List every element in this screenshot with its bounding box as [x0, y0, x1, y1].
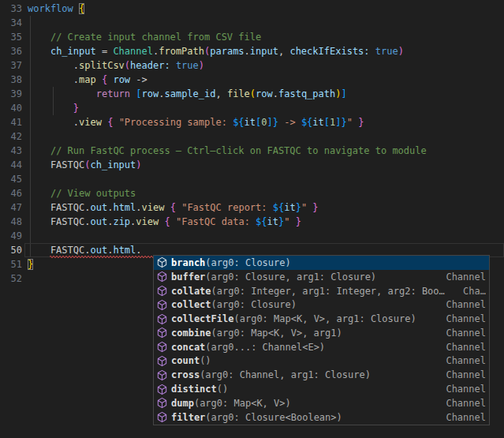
- code-token: [113, 117, 118, 128]
- code-line[interactable]: 49: [0, 229, 504, 243]
- code-token: [: [136, 88, 141, 99]
- code-line[interactable]: 43 // Run FastQC process – Ctrl–click on…: [0, 144, 504, 158]
- code-token: ,: [278, 46, 289, 57]
- code-token: file: [227, 88, 250, 99]
- code-line[interactable]: 39 return [row.sample_id, file(row.fastq…: [0, 87, 504, 101]
- suggestion-signature: (arg0: Map<K, V>, arg1: Closure): [233, 313, 416, 324]
- symbol-method-icon: [156, 355, 168, 367]
- suggestion-signature: (): [200, 355, 211, 366]
- code-line[interactable]: 40 }: [0, 101, 504, 115]
- suggestion-label: collate(arg0: Integer, arg1: Integer, ar…: [171, 284, 445, 298]
- code-line[interactable]: 35 // Create input channel from CSV file: [0, 30, 504, 44]
- suggestion-item-concat[interactable]: concat(arg0...: Channel<E>)Channel: [154, 340, 489, 354]
- suggestion-signature: (arg0: Closure, arg1: Closure): [205, 271, 376, 283]
- suggestion-name: collect: [171, 299, 211, 310]
- code-token: // Run FastQC process – Ctrl–click on FA…: [50, 145, 427, 156]
- suggestion-item-distinct[interactable]: distinct()Channel: [154, 382, 489, 396]
- suggestion-name: concat: [171, 342, 205, 353]
- code-token: .: [136, 245, 141, 256]
- line-number: 36: [0, 44, 22, 58]
- suggestion-item-cross[interactable]: cross(arg0: Channel, arg1: Closure)Chann…: [154, 368, 489, 382]
- suggest-widget-list: branch(arg0: Closure)buffer(arg0: Closur…: [154, 256, 489, 425]
- suggestion-signature: (arg0: Closure): [211, 299, 297, 310]
- code-token: =: [96, 46, 114, 57]
- code-token: ${: [273, 202, 284, 213]
- code-token: true: [375, 46, 398, 57]
- code-editor[interactable]: 33workflow {3435 // Create input channel…: [0, 0, 504, 438]
- code-token: html: [113, 202, 136, 213]
- suggestion-signature: (arg0: Closure): [205, 257, 290, 268]
- code-token: {: [79, 3, 84, 14]
- code-text: return [row.sample_id, file(row.fastq_pa…: [22, 87, 347, 101]
- suggestion-label: filter(arg0: Closure<Boolean>): [171, 410, 342, 425]
- code-token: }: [358, 117, 364, 128]
- code-token: "FastQC report:: [181, 202, 273, 213]
- code-line[interactable]: 38 .map { row ->: [0, 73, 504, 87]
- suggestion-name: collectFile: [171, 313, 233, 324]
- code-line[interactable]: 48 FASTQC.out.zip.view { "FastQC data: $…: [0, 215, 504, 229]
- code-line[interactable]: 34: [0, 16, 504, 30]
- code-line[interactable]: 44 FASTQC(ch_input): [0, 158, 504, 172]
- code-area[interactable]: 33workflow {3435 // Create input channel…: [0, 2, 504, 286]
- suggestion-item-dump[interactable]: dump(arg0: Map<K, V>)Channel: [154, 396, 489, 410]
- suggestion-item-buffer[interactable]: buffer(arg0: Closure, arg1: Closure)Chan…: [154, 270, 489, 284]
- code-token: out: [90, 245, 107, 256]
- suggestion-label: branch(arg0: Closure): [171, 256, 291, 270]
- code-token: ch_input: [90, 159, 136, 170]
- line-number: 50: [0, 243, 22, 257]
- suggestion-detail: Channel: [441, 396, 486, 410]
- code-line[interactable]: 37 .splitCsv(header: true): [0, 58, 504, 73]
- suggestion-detail: Channel: [441, 312, 486, 326]
- code-text: [22, 172, 28, 186]
- line-number: 42: [0, 129, 22, 144]
- code-line[interactable]: 42: [0, 129, 504, 144]
- suggest-widget[interactable]: branch(arg0: Closure)buffer(arg0: Closur…: [153, 255, 490, 425]
- suggestion-detail: Channel: [441, 410, 486, 425]
- code-line[interactable]: 33workflow {: [0, 2, 504, 16]
- code-token: .: [245, 46, 250, 57]
- code-token: [28, 88, 96, 99]
- code-token: out: [90, 202, 107, 213]
- code-token: view: [79, 117, 102, 128]
- code-token: [28, 103, 73, 114]
- code-line[interactable]: 47 FASTQC.out.html.view { "FastQC report…: [0, 200, 504, 215]
- line-number: 44: [0, 158, 22, 172]
- suggestion-item-count[interactable]: count()Channel: [154, 354, 489, 369]
- suggestion-item-branch[interactable]: branch(arg0: Closure): [154, 256, 489, 270]
- code-token: {: [170, 202, 176, 213]
- suggestion-item-combine[interactable]: combine(arg0: Map<K, V>, arg1)Channel: [154, 326, 489, 340]
- suggestion-item-collect[interactable]: collect(arg0: Closure)Channel: [154, 298, 489, 312]
- code-token: FASTQC.: [28, 216, 90, 227]
- suggestion-item-collectFile[interactable]: collectFile(arg0: Map<K, V>, arg1: Closu…: [154, 312, 489, 326]
- code-token: header:: [130, 60, 170, 71]
- code-token: [28, 46, 50, 57]
- suggestion-item-collate[interactable]: collate(arg0: Integer, arg1: Integer, ar…: [154, 284, 489, 298]
- code-text: // Create input channel from CSV file: [22, 30, 261, 44]
- code-line[interactable]: 46 // View outputs: [0, 186, 504, 200]
- suggestion-label: combine(arg0: Map<K, V>, arg1): [171, 326, 342, 340]
- line-number: 51: [0, 257, 22, 271]
- symbol-method-icon: [156, 369, 168, 381]
- code-line[interactable]: 36 ch_input = Channel.fromPath(params.in…: [0, 44, 504, 58]
- code-token: ->: [278, 117, 301, 128]
- code-token: "Processing sample:: [119, 117, 233, 128]
- code-line[interactable]: 41 .view { "Processing sample: ${it[0]} …: [0, 115, 504, 129]
- line-number: 33: [0, 2, 22, 16]
- code-token: [28, 32, 50, 43]
- code-line[interactable]: 45: [0, 172, 504, 186]
- code-token: [28, 188, 50, 199]
- suggestion-name: buffer: [171, 271, 205, 283]
- suggestion-name: dump: [171, 398, 194, 409]
- line-number: 43: [0, 144, 22, 158]
- suggestion-name: combine: [171, 328, 211, 339]
- suggestion-label: buffer(arg0: Closure, arg1: Closure): [171, 270, 376, 284]
- code-token: ): [136, 159, 141, 170]
- code-token: it: [267, 216, 278, 227]
- code-token: ,: [215, 88, 226, 99]
- code-token: [170, 60, 176, 71]
- suggestion-item-filter[interactable]: filter(arg0: Closure<Boolean>)Channel: [154, 410, 489, 425]
- code-text: [22, 129, 28, 144]
- code-token: return: [96, 88, 130, 99]
- code-token: view: [142, 202, 165, 213]
- line-number: 39: [0, 87, 22, 101]
